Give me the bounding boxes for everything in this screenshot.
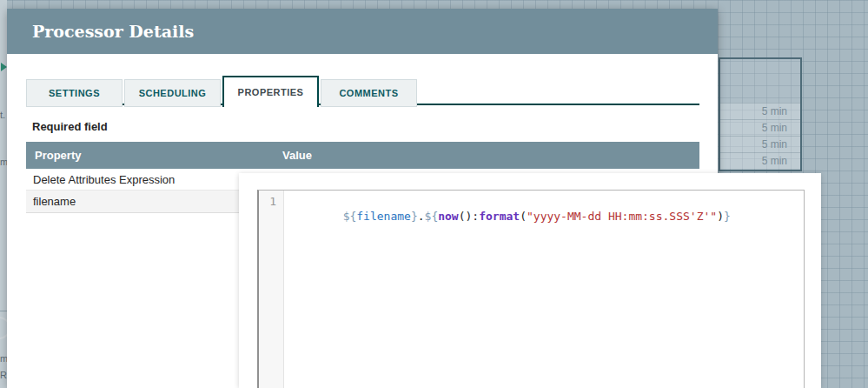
code-token: (: [520, 210, 527, 223]
divider: [0, 311, 7, 311]
table-header-row: Property Value: [26, 142, 699, 169]
required-field-label: Required field: [32, 120, 108, 133]
code-token: filename: [356, 210, 411, 223]
clipped-text: Re: [0, 370, 7, 380]
background-processor: 5 min5 min5 min5 min: [719, 57, 802, 171]
clipped-text: m: [0, 157, 7, 167]
column-header-property: Property: [26, 149, 282, 162]
processor-stat-row: 5 min: [720, 119, 800, 136]
code-token: ${: [425, 210, 439, 223]
tab-bar: SETTINGS SCHEDULING PROPERTIES COMMENTS: [26, 76, 417, 107]
circle-shape: [0, 317, 7, 339]
clipped-text: m: [0, 353, 7, 364]
expression-code-line: ${filename}.${now():format("yyyy-MM-dd H…: [343, 210, 731, 223]
processor-stat-row: 5 min: [720, 152, 800, 169]
code-token: .: [418, 210, 425, 223]
canvas-left-strip: t. m m Re: [0, 0, 7, 388]
tab-properties[interactable]: PROPERTIES: [222, 76, 319, 107]
code-token: now: [438, 210, 458, 223]
code-token: format: [479, 210, 520, 223]
column-header-value: Value: [282, 149, 312, 162]
tab-scheduling[interactable]: SCHEDULING: [124, 79, 221, 107]
screen: 5 min5 min5 min5 min t. m m Re Processor…: [0, 0, 868, 388]
code-token: ${: [343, 210, 357, 223]
code-token: ():: [459, 210, 479, 223]
clipped-text: t.: [0, 110, 5, 120]
code-area[interactable]: ${filename}.${now():format("yyyy-MM-dd H…: [284, 191, 804, 388]
dialog-title: Processor Details: [32, 9, 194, 54]
code-token: "yyyy-MM-dd HH:mm:ss.SSS'Z'": [527, 210, 717, 223]
expression-editor-popup: 1 ${filename}.${now():format("yyyy-MM-dd…: [239, 173, 821, 388]
line-number-gutter: 1: [259, 191, 284, 388]
dialog-header: Processor Details: [7, 9, 718, 54]
processor-stats: 5 min5 min5 min5 min: [720, 103, 800, 169]
code-token: ): [717, 210, 724, 223]
tab-settings[interactable]: SETTINGS: [26, 79, 123, 107]
code-token: }: [411, 210, 418, 223]
processor-title-area: [720, 59, 800, 103]
processor-stat-row: 5 min: [720, 103, 800, 119]
line-number: 1: [259, 194, 283, 209]
processor-stat-row: 5 min: [720, 136, 800, 152]
expression-code-editor[interactable]: 1 ${filename}.${now():format("yyyy-MM-dd…: [257, 190, 805, 388]
code-token: }: [724, 210, 731, 223]
tab-comments[interactable]: COMMENTS: [321, 79, 417, 107]
connection-arrow-icon: [1, 63, 7, 71]
